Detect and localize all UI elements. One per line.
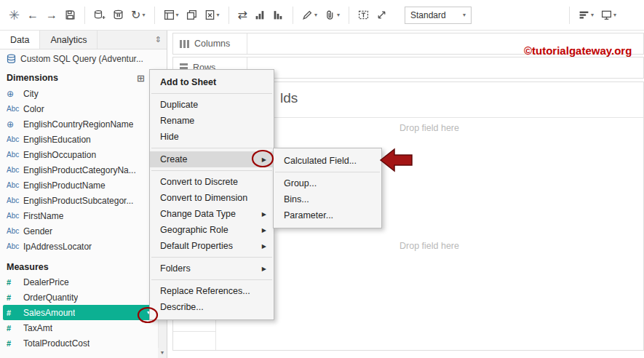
- run-auto-updates-button[interactable]: ↻ ▾: [131, 9, 145, 21]
- dimension-field-color[interactable]: Abc Color: [0, 101, 167, 116]
- menu-item-create[interactable]: Create ▶: [150, 151, 274, 167]
- field-label: TaxAmt: [23, 323, 52, 333]
- field-context-menu: Add to Sheet Duplicate Rename Hide Creat…: [149, 69, 274, 320]
- dimension-field-productsubcategory[interactable]: Abc EnglishProductSubcategor...: [0, 193, 167, 208]
- dimension-field-firstname[interactable]: Abc FirstName: [0, 208, 167, 223]
- menu-separator: [151, 148, 272, 148]
- menu-item-bins[interactable]: Bins...: [274, 191, 381, 207]
- tab-analytics[interactable]: Analytics: [40, 31, 98, 49]
- duplicate-sheet-icon[interactable]: [186, 9, 197, 20]
- scroll-down-icon[interactable]: ▼: [158, 348, 167, 358]
- menu-item-add-to-sheet[interactable]: Add to Sheet: [150, 74, 274, 90]
- menu-item-label: Change Data Type: [160, 209, 236, 219]
- menu-separator: [151, 93, 272, 94]
- measures-header: Measures: [0, 258, 167, 274]
- menu-separator: [151, 257, 272, 258]
- new-datasource-icon[interactable]: [94, 9, 106, 20]
- sheet-title-partial: lds: [280, 90, 298, 106]
- swap-axes-icon[interactable]: ⇄: [238, 9, 247, 21]
- show-mark-labels-icon[interactable]: [358, 9, 369, 20]
- measure-field-salesamount-selected[interactable]: # SalesAmount ▾: [3, 305, 155, 320]
- caret-icon: ▾: [613, 12, 616, 18]
- columns-icon: [180, 40, 189, 48]
- menu-item-folders[interactable]: Folders ▶: [150, 260, 274, 277]
- clear-sheet-button[interactable]: ▾: [204, 9, 220, 20]
- fix-axes-icon[interactable]: [376, 9, 387, 20]
- dimension-field-productcategory[interactable]: Abc EnglishProductCategoryNa...: [0, 162, 167, 178]
- menu-item-duplicate[interactable]: Duplicate: [150, 97, 274, 113]
- new-worksheet-button[interactable]: ▾: [164, 9, 179, 20]
- text-type-icon: Abc: [7, 212, 23, 220]
- menu-item-geographic-role[interactable]: Geographic Role ▶: [150, 222, 274, 238]
- view-data-grid-icon[interactable]: ⊞: [137, 73, 145, 84]
- menu-item-label: Create: [160, 154, 188, 164]
- menu-item-default-properties[interactable]: Default Properties ▶: [150, 238, 274, 254]
- canvas-gridline: [173, 331, 215, 332]
- datasource-item[interactable]: Custom SQL Query (Adventur...: [0, 49, 167, 68]
- field-label: EnglishEducation: [23, 135, 91, 145]
- presentation-mode-button[interactable]: ▾: [601, 9, 616, 20]
- menu-item-group[interactable]: Group...: [274, 175, 381, 191]
- field-label: EnglishProductSubcategor...: [23, 196, 133, 206]
- field-label: City: [23, 89, 39, 99]
- field-label: SalesAmount: [23, 308, 75, 318]
- menu-item-change-data-type[interactable]: Change Data Type ▶: [150, 206, 274, 222]
- dimension-field-education[interactable]: Abc EnglishEducation: [0, 132, 167, 147]
- submenu-arrow-icon: ▶: [262, 266, 266, 272]
- number-type-icon: #: [7, 324, 23, 333]
- measure-field-totalproductcost[interactable]: # TotalProductCost: [0, 335, 167, 351]
- field-label: IpAddressLocator: [23, 242, 92, 252]
- drop-field-zone-top[interactable]: Drop field here: [215, 123, 643, 133]
- menu-item-convert-to-dimension[interactable]: Convert to Dimension: [150, 190, 274, 206]
- submenu-arrow-icon: ▶: [262, 156, 266, 163]
- caret-icon: ▾: [463, 12, 466, 18]
- columns-label: Columns: [194, 39, 230, 49]
- toolbar-separator: [84, 7, 85, 24]
- dimension-field-gender[interactable]: Abc Gender: [0, 223, 167, 239]
- tableau-logo-icon[interactable]: ✳: [9, 7, 20, 23]
- create-submenu: Calculated Field... Group... Bins... Par…: [273, 148, 382, 228]
- text-type-icon: Abc: [7, 242, 23, 250]
- dimension-field-countryregion[interactable]: ⊕ EnglishCountryRegionName: [0, 116, 167, 132]
- fit-dropdown[interactable]: Standard ▾: [405, 7, 472, 24]
- drop-field-zone-main[interactable]: Drop field here: [215, 241, 643, 251]
- text-type-icon: Abc: [7, 151, 23, 159]
- undo-icon[interactable]: ←: [27, 9, 39, 21]
- cell-size-button[interactable]: ▾: [579, 9, 594, 20]
- menu-item-convert-to-discrete[interactable]: Convert to Discrete: [150, 174, 274, 190]
- menu-separator: [151, 170, 272, 171]
- dimension-field-productname[interactable]: Abc EnglishProductName: [0, 178, 167, 193]
- submenu-arrow-icon: ▶: [262, 227, 266, 234]
- tab-data[interactable]: Data: [0, 31, 40, 49]
- pane-toggle-icon[interactable]: ⇕: [155, 31, 167, 49]
- sort-descending-icon[interactable]: [273, 9, 284, 20]
- text-type-icon: Abc: [7, 227, 23, 235]
- number-type-icon: #: [7, 309, 23, 317]
- menu-item-label: Geographic Role: [160, 225, 228, 235]
- menu-item-calculated-field[interactable]: Calculated Field...: [274, 153, 381, 169]
- toolbar-right-group: ▾ ▾: [568, 7, 616, 24]
- save-icon[interactable]: [65, 9, 76, 20]
- menu-item-parameter[interactable]: Parameter...: [274, 207, 381, 223]
- group-members-button[interactable]: ▾: [325, 9, 340, 20]
- menu-item-rename[interactable]: Rename: [150, 113, 274, 129]
- dimension-field-ipaddresslocator[interactable]: Abc IpAddressLocator: [0, 239, 167, 254]
- menu-item-describe[interactable]: Describe...: [150, 299, 274, 315]
- dimension-field-city[interactable]: ⊕ City: [0, 86, 167, 101]
- columns-shelf-label: Columns: [173, 33, 247, 54]
- menu-item-hide[interactable]: Hide: [150, 129, 274, 145]
- sort-ascending-icon[interactable]: [255, 9, 266, 20]
- pause-auto-updates-icon[interactable]: [113, 9, 124, 20]
- menu-item-replace-references[interactable]: Replace References...: [150, 283, 274, 299]
- field-label: EnglishProductCategoryNa...: [23, 165, 136, 175]
- field-label: FirstName: [23, 211, 63, 221]
- measure-field-taxamt[interactable]: # TaxAmt: [0, 320, 167, 335]
- dimension-field-occupation[interactable]: Abc EnglishOccupation: [0, 147, 167, 162]
- redo-icon[interactable]: →: [46, 9, 57, 21]
- measure-field-dealerprice[interactable]: # DealerPrice: [0, 274, 167, 290]
- text-type-icon: Abc: [7, 181, 23, 189]
- highlight-button[interactable]: ▾: [302, 9, 317, 20]
- measure-field-orderquantity[interactable]: # OrderQuantity: [0, 290, 167, 305]
- watermark: ©tutorialgateway.org: [524, 44, 632, 57]
- refresh-icon: ↻: [131, 9, 140, 21]
